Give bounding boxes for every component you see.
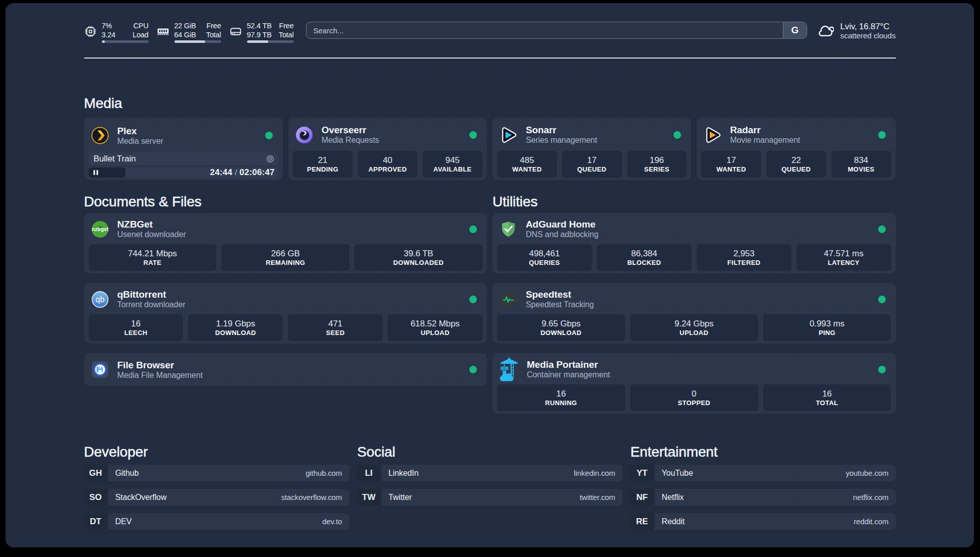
stat-series: 196 SERIES [627, 151, 687, 178]
bookmark-pill: Reddit reddit.com [655, 513, 896, 530]
bookmark-url: twitter.com [580, 493, 616, 502]
bookmark-abbr: NF [631, 489, 654, 506]
memory-total-label: Total [206, 30, 221, 39]
stat-latency: 47.571 ms LATENCY [797, 244, 891, 271]
bookmark-stackoverflow[interactable]: SO StackOverflow stackoverflow.com [84, 489, 349, 506]
weather-widget[interactable]: Lviv, 16.87°C scattered clouds [818, 22, 896, 40]
disk-icon [229, 25, 242, 38]
service-description: Media File Management [117, 371, 203, 380]
service-name: Sonarr [526, 125, 597, 135]
service-name: Overseerr [322, 125, 379, 135]
bookmark-abbr: LI [357, 465, 381, 481]
card-titles: qBittorrent Torrent downloader [117, 289, 186, 309]
stat-running: 16 RUNNING [497, 384, 625, 411]
status-dot [265, 132, 273, 139]
card-header: Plex Media server [89, 122, 278, 152]
status-dot [469, 296, 477, 303]
card-header: Radarr Movie management [701, 122, 891, 151]
search-provider-button[interactable]: G [783, 22, 807, 38]
bookmark-linkedin[interactable]: LI LinkedIn linkedin.com [357, 465, 623, 481]
bookmark-pill: Github github.com [108, 465, 349, 481]
resource-value-column: 22 GiB 64 GiB [174, 21, 196, 39]
bookmark-url: netflix.com [853, 493, 889, 502]
bookmark-pill: StackOverflow stackoverflow.com [108, 489, 349, 506]
sonarr-logo [500, 126, 517, 144]
stat-pending: 21 PENDING [293, 151, 353, 178]
disk-free-value: 52.4 TB [247, 21, 272, 30]
search-bar: G [306, 22, 807, 39]
section-title-documents: Documents & Files [84, 195, 487, 209]
memory-widget: 22 GiB 64 GiB Free Total [157, 21, 221, 43]
section-title-entertainment: Entertainment [631, 445, 896, 459]
plex-player-bar[interactable]: 24:44/02:06:47 [89, 168, 278, 178]
card-header: NZBGet Usenet downloader [89, 217, 483, 244]
resource-value-column: 52.4 TB 97.9 TB [247, 21, 272, 39]
section-title-social: Social [357, 445, 623, 459]
card-stats: 485 WANTED 17 QUEUED 196 SERIES [497, 151, 687, 178]
stat-total: 16 TOTAL [763, 384, 891, 411]
weather-location-temp: Lviv, 16.87°C [840, 22, 896, 31]
service-card-overseerr[interactable]: Overseerr Media Requests 21 PENDING 40 A… [288, 118, 487, 180]
topbar-divider [84, 58, 896, 59]
service-card-filebrowser[interactable]: File Browser Media File Management [84, 353, 487, 386]
section-title-media: Media [84, 96, 896, 110]
service-card-portainer[interactable]: Media Portainer Container management 16 … [493, 353, 896, 414]
service-description: DNS and adblocking [526, 230, 598, 239]
bookmark-dev[interactable]: DT DEV dev.to [84, 513, 349, 530]
service-card-plex[interactable]: Plex Media server Bullet Train 24:44/02:… [84, 118, 283, 180]
bookmark-github[interactable]: GH Github github.com [84, 465, 349, 481]
radarr-logo [704, 126, 721, 144]
stat-upload: 9.24 Gbps UPLOAD [630, 314, 758, 341]
bookmark-name: LinkedIn [389, 469, 419, 478]
service-card-radarr[interactable]: Radarr Movie management 17 WANTED 22 QUE… [697, 118, 895, 180]
bookmark-url: reddit.com [853, 517, 888, 526]
filebrowser-logo [91, 361, 109, 378]
top-bar: 7% 3.24 CPU Load [84, 21, 896, 45]
stat-blocked: 86,384 BLOCKED [597, 244, 692, 271]
service-card-qbittorrent[interactable]: qBittorrent Torrent downloader 16 LEECH … [84, 283, 487, 344]
service-card-nzbget[interactable]: NZBGet Usenet downloader 744.21 Mbps RAT… [84, 213, 487, 273]
status-dot [878, 296, 886, 303]
stat-wanted: 17 WANTED [701, 151, 761, 178]
bookmark-abbr: GH [84, 465, 107, 481]
card-header: AdGuard Home DNS and adblocking [497, 217, 891, 244]
speedtest-logo [500, 291, 517, 308]
cpu-load-label: Load [133, 30, 148, 39]
page-content: 7% 3.24 CPU Load [84, 21, 896, 530]
stat-downloaded: 39.6 TB DOWNLOADED [354, 244, 482, 271]
service-card-adguard[interactable]: AdGuard Home DNS and adblocking 498,461 … [493, 213, 896, 273]
bookmark-twitter[interactable]: TW Twitter twitter.com [357, 489, 623, 506]
bookmark-netflix[interactable]: NF Netflix netflix.com [631, 489, 896, 506]
service-description: Movie management [730, 136, 800, 145]
service-name: NZBGet [117, 219, 186, 230]
media-grid: Plex Media server Bullet Train 24:44/02:… [84, 118, 896, 180]
portainer-logo [499, 357, 519, 382]
resource-values: 7% 3.24 CPU Load [102, 21, 149, 43]
service-card-speedtest[interactable]: Speedtest Speedtest Tracking 9.65 Gbps D… [493, 283, 896, 344]
bookmark-url: stackoverflow.com [281, 493, 342, 502]
service-description: Container management [527, 370, 610, 379]
card-titles: Sonarr Series management [526, 125, 597, 145]
plex-now-playing: Bullet Train [89, 152, 278, 165]
bookmark-url: dev.to [322, 517, 342, 526]
card-stats: 744.21 Mbps RATE 266 GB REMAINING 39.6 T… [89, 244, 483, 271]
bookmark-pill: LinkedIn linkedin.com [382, 465, 623, 481]
service-name: File Browser [117, 360, 203, 370]
bookmark-url: youtube.com [846, 469, 889, 477]
search-input[interactable] [307, 22, 783, 38]
disk-total-value: 97.9 TB [247, 30, 272, 39]
bookmark-youtube[interactable]: YT YouTube youtube.com [631, 465, 896, 481]
service-card-sonarr[interactable]: Sonarr Series management 485 WANTED 17 Q… [493, 118, 691, 180]
service-name: Media Portainer [527, 359, 610, 370]
card-titles: File Browser Media File Management [117, 360, 203, 380]
memory-usage-bar [174, 40, 221, 43]
pause-icon[interactable] [93, 170, 98, 175]
card-titles: Media Portainer Container management [527, 359, 610, 379]
bookmark-rows: GH Github github.com SO StackOverflow st… [84, 465, 349, 530]
bookmark-reddit[interactable]: RE Reddit reddit.com [631, 513, 896, 530]
playback-position: 24:44 [210, 168, 232, 177]
resource-rows: 52.4 TB 97.9 TB Free Total [247, 21, 294, 39]
card-stats: 17 WANTED 22 QUEUED 834 MOVIES [701, 151, 891, 178]
cpu-label: CPU [133, 21, 148, 30]
bookmark-name: DEV [115, 517, 132, 526]
